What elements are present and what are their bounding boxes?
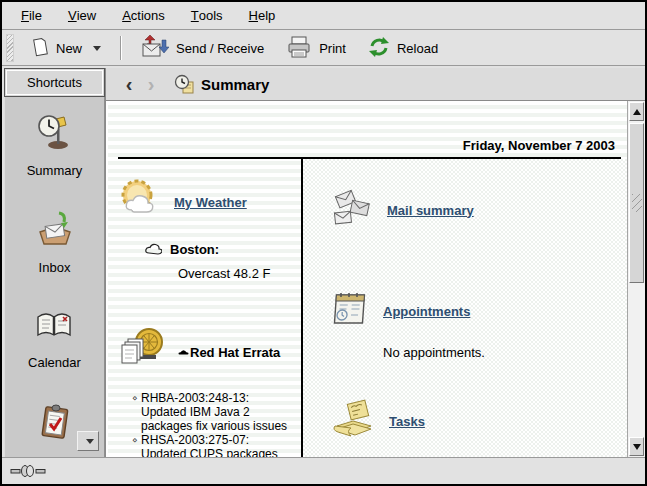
appointments-link[interactable]: Appointments xyxy=(383,304,470,319)
appointments-section-header: Appointments xyxy=(329,287,627,335)
toolbar-drag-handle[interactable] xyxy=(6,34,14,62)
menu-view-mnemonic: V xyxy=(68,8,77,23)
small-cloud-icon xyxy=(144,241,162,258)
page-title: Summary xyxy=(201,76,269,93)
scroll-down-button[interactable] xyxy=(629,437,644,456)
errata-list: RHBA-2003:248-13: Updated IBM Java 2 pac… xyxy=(132,391,290,457)
back-button[interactable]: ‹ xyxy=(118,74,140,94)
mail-summary-link[interactable]: Mail summary xyxy=(387,203,474,218)
print-label: Print xyxy=(319,41,346,56)
scroll-up-button[interactable] xyxy=(629,102,644,121)
no-appointments-message: No appointments. xyxy=(383,345,627,360)
menu-help-label: elp xyxy=(258,8,275,23)
red-hat-icon xyxy=(178,347,189,357)
errata-title: Red Hat Errata xyxy=(190,345,280,360)
right-column: Mail summary Appointments No appointment… xyxy=(303,159,627,457)
menu-actions-mnemonic: A xyxy=(122,8,131,23)
summary-clock-icon xyxy=(36,113,74,155)
menu-tools[interactable]: Tools xyxy=(178,2,236,29)
reload-button[interactable]: Reload xyxy=(359,31,447,66)
errata-item-id: RHBA-2003:248-13: xyxy=(141,391,290,405)
scrollbar-thumb[interactable] xyxy=(629,123,644,283)
left-column: My Weather Boston: Overcast 48.2 F xyxy=(118,161,301,457)
notes-stack-icon xyxy=(329,396,379,446)
weather-condition: Overcast 48.2 F xyxy=(178,266,301,281)
errata-item-desc: Updated CUPS packages fix denial of serv… xyxy=(141,447,290,457)
toolbar-separator xyxy=(120,36,122,60)
menu-view[interactable]: View xyxy=(55,2,109,29)
chevron-down-icon xyxy=(93,46,101,51)
send-receive-icon xyxy=(141,35,169,61)
errata-item: RHBA-2003:248-13: Updated IBM Java 2 pac… xyxy=(132,391,290,433)
menu-file-mnemonic: F xyxy=(21,8,29,23)
menu-file-label: ile xyxy=(29,8,42,23)
evolution-window: { "menu": { "items": [ {"key":"F","rest"… xyxy=(0,0,647,486)
shortcuts-panel: Summary Inbox Calendar xyxy=(4,97,105,457)
chevron-down-icon xyxy=(86,439,94,444)
reload-icon xyxy=(368,36,390,61)
errata-item: RHSA-2003:275-07: Updated CUPS packages … xyxy=(132,433,290,457)
menu-help[interactable]: Help xyxy=(236,2,289,29)
reload-label: Reload xyxy=(397,41,438,56)
summary-canvas: Friday, November 7 2003 My Weather Bosto… xyxy=(108,101,627,457)
menu-tools-label: ools xyxy=(199,8,223,23)
status-bar xyxy=(2,457,645,484)
weather-section-header: My Weather xyxy=(118,177,301,227)
summary-view: Friday, November 7 2003 My Weather Bosto… xyxy=(105,101,645,457)
appointments-calendar-icon xyxy=(329,287,373,335)
calendar-book-icon xyxy=(34,307,74,347)
tasks-clipboard-icon xyxy=(36,402,74,446)
weather-location-label: Boston: xyxy=(170,242,219,257)
print-icon xyxy=(286,36,312,61)
errata-title-row: Red Hat Errata xyxy=(178,345,280,360)
mail-section-header: Mail summary xyxy=(329,185,627,235)
menu-actions-label: ctions xyxy=(131,8,165,23)
errata-papers-icon xyxy=(118,325,168,379)
send-receive-button[interactable]: Send / Receive xyxy=(132,30,273,66)
triangle-down-icon xyxy=(633,444,641,450)
inbox-envelope-icon xyxy=(35,210,75,252)
forward-button[interactable]: › xyxy=(140,74,162,94)
vertical-scrollbar[interactable] xyxy=(627,101,645,457)
sidebar-item-calendar-label: Calendar xyxy=(28,355,81,370)
folder-header: ‹ › Summary xyxy=(105,68,645,101)
sidebar-item-summary[interactable]: Summary xyxy=(27,113,83,178)
menu-view-label: iew xyxy=(77,8,97,23)
new-button[interactable]: New xyxy=(22,32,110,65)
sidebar-item-summary-label: Summary xyxy=(27,163,83,178)
scrollbar-grip xyxy=(632,194,642,212)
new-button-label: New xyxy=(56,41,82,56)
menu-actions[interactable]: Actions xyxy=(109,2,178,29)
summary-folder-icon xyxy=(174,74,195,95)
shortcuts-header-button[interactable]: Shortcuts xyxy=(4,68,105,97)
envelopes-icon xyxy=(329,185,377,235)
sidebar-item-inbox[interactable]: Inbox xyxy=(35,210,75,275)
current-date: Friday, November 7 2003 xyxy=(463,138,615,153)
toolbar: New Send / Receive Print Reload xyxy=(2,31,645,66)
new-document-icon xyxy=(31,37,49,60)
tasks-link[interactable]: Tasks xyxy=(389,414,425,429)
shortcuts-header-label: Shortcuts xyxy=(27,75,82,90)
menu-tools-mnemonic: T xyxy=(191,8,199,23)
sun-cloud-icon xyxy=(118,177,164,227)
errata-item-desc: Updated IBM Java 2 packages fix various … xyxy=(141,405,290,433)
my-weather-link[interactable]: My Weather xyxy=(174,195,247,210)
errata-section-header: Red Hat Errata xyxy=(118,325,301,379)
errata-item-id: RHSA-2003:275-07: xyxy=(141,433,290,447)
online-connector-icon[interactable] xyxy=(10,464,46,478)
triangle-up-icon xyxy=(633,109,641,115)
weather-location-row: Boston: xyxy=(144,241,301,258)
menu-help-mnemonic: H xyxy=(249,8,258,23)
tasks-section-header: Tasks xyxy=(329,396,627,446)
shortcuts-scroll-down-button[interactable] xyxy=(77,431,99,451)
sidebar-item-inbox-label: Inbox xyxy=(39,260,71,275)
menu-bar: File View Actions Tools Help xyxy=(2,2,645,30)
print-button[interactable]: Print xyxy=(277,31,355,66)
sidebar-item-calendar[interactable]: Calendar xyxy=(28,307,81,370)
menu-file[interactable]: File xyxy=(8,2,55,29)
send-receive-label: Send / Receive xyxy=(176,41,264,56)
